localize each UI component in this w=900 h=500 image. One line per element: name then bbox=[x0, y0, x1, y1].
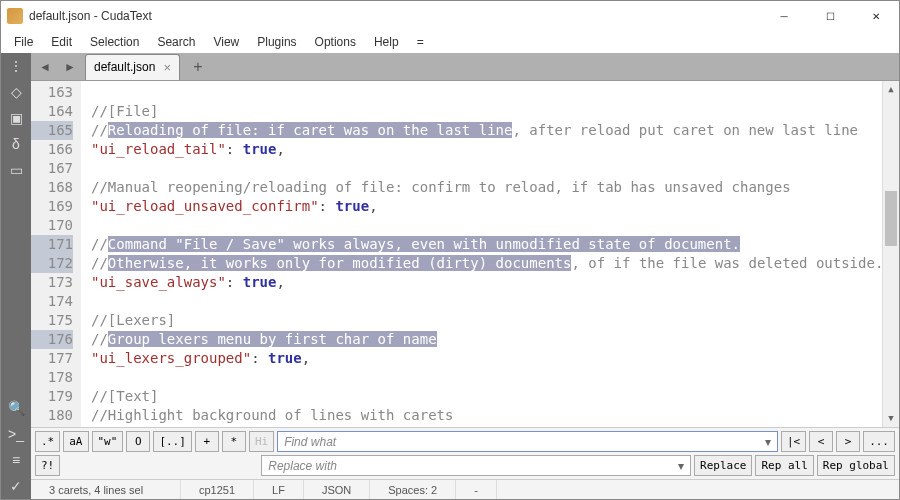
menu-bar: FileEditSelectionSearchViewPluginsOption… bbox=[1, 31, 899, 53]
search-icon[interactable]: 🔍 bbox=[1, 395, 31, 421]
search-opt-button[interactable]: .* bbox=[35, 431, 60, 452]
menu-view[interactable]: View bbox=[204, 32, 248, 52]
replace-button[interactable]: Rep global bbox=[817, 455, 895, 476]
status-selection: 3 carets, 4 lines sel bbox=[31, 480, 181, 499]
replace-input[interactable]: Replace with▾ bbox=[261, 455, 691, 476]
window-title: default.json - CudaText bbox=[29, 9, 761, 23]
menu-plugins[interactable]: Plugins bbox=[248, 32, 305, 52]
code-editor[interactable]: 1631641651661671681691701711721731741751… bbox=[31, 81, 899, 427]
search-panel: .*aA"w"O[..]+*HiFind what▾|<<>... ?!Repl… bbox=[31, 427, 899, 479]
scroll-thumb[interactable] bbox=[885, 191, 897, 246]
close-button[interactable]: ✕ bbox=[853, 1, 899, 31]
menu-help[interactable]: Help bbox=[365, 32, 408, 52]
scrollbar-vertical[interactable]: ▲ ▼ bbox=[882, 81, 899, 427]
scroll-down-icon[interactable]: ▼ bbox=[883, 410, 899, 427]
tab-close-icon[interactable]: × bbox=[163, 60, 171, 75]
menu-file[interactable]: File bbox=[5, 32, 42, 52]
menu-selection[interactable]: Selection bbox=[81, 32, 148, 52]
search-opt-button[interactable]: O bbox=[126, 431, 150, 452]
console-icon[interactable]: >_ bbox=[1, 421, 31, 447]
replace-button[interactable]: Replace bbox=[694, 455, 752, 476]
delta-icon[interactable]: δ bbox=[1, 131, 31, 157]
tab-bar: ◄ ► default.json × + bbox=[31, 53, 899, 81]
search-opt-button[interactable]: * bbox=[222, 431, 246, 452]
search-confirm-button[interactable]: ?! bbox=[35, 455, 60, 476]
menu-=[interactable]: = bbox=[408, 32, 433, 52]
file-tab[interactable]: default.json × bbox=[85, 54, 180, 80]
search-nav-button[interactable]: > bbox=[836, 431, 860, 452]
status-encoding[interactable]: cp1251 bbox=[181, 480, 254, 499]
check-icon[interactable]: ✓ bbox=[1, 473, 31, 499]
search-opt-button[interactable]: [..] bbox=[153, 431, 192, 452]
minimize-button[interactable]: ─ bbox=[761, 1, 807, 31]
scroll-up-icon[interactable]: ▲ bbox=[883, 81, 899, 98]
folder-icon[interactable]: ▭ bbox=[1, 157, 31, 183]
gutter: 1631641651661671681691701711721731741751… bbox=[31, 81, 81, 427]
sidebar: ⋮ ◇ ▣ δ ▭ 🔍 >_ ≡ ✓ bbox=[1, 53, 31, 499]
status-lineend[interactable]: LF bbox=[254, 480, 304, 499]
tab-prev-icon[interactable]: ◄ bbox=[34, 56, 56, 78]
find-input[interactable]: Find what▾ bbox=[277, 431, 778, 452]
tab-next-icon[interactable]: ► bbox=[59, 56, 81, 78]
search-hi-button[interactable]: Hi bbox=[249, 431, 274, 452]
search-opt-button[interactable]: "w" bbox=[92, 431, 124, 452]
replace-button[interactable]: Rep all bbox=[755, 455, 813, 476]
code-tree-icon[interactable]: ◇ bbox=[1, 79, 31, 105]
title-bar: default.json - CudaText ─ ☐ ✕ bbox=[1, 1, 899, 31]
status-bar: 3 carets, 4 lines sel cp1251 LF JSON Spa… bbox=[31, 479, 899, 499]
status-lexer[interactable]: JSON bbox=[304, 480, 370, 499]
tab-label: default.json bbox=[94, 60, 155, 74]
menu-search[interactable]: Search bbox=[148, 32, 204, 52]
status-dash: - bbox=[456, 480, 497, 499]
search-opt-button[interactable]: aA bbox=[63, 431, 88, 452]
menu-options[interactable]: Options bbox=[306, 32, 365, 52]
menu-icon[interactable]: ⋮ bbox=[1, 53, 31, 79]
search-nav-button[interactable]: ... bbox=[863, 431, 895, 452]
project-icon[interactable]: ▣ bbox=[1, 105, 31, 131]
search-nav-button[interactable]: < bbox=[809, 431, 833, 452]
status-indent[interactable]: Spaces: 2 bbox=[370, 480, 456, 499]
list-icon[interactable]: ≡ bbox=[1, 447, 31, 473]
search-opt-button[interactable]: + bbox=[195, 431, 219, 452]
search-nav-button[interactable]: |< bbox=[781, 431, 806, 452]
new-tab-button[interactable]: + bbox=[184, 55, 212, 79]
code-area[interactable]: //[File]//Reloading of file: if caret wa… bbox=[81, 81, 899, 427]
maximize-button[interactable]: ☐ bbox=[807, 1, 853, 31]
menu-edit[interactable]: Edit bbox=[42, 32, 81, 52]
app-icon bbox=[7, 8, 23, 24]
